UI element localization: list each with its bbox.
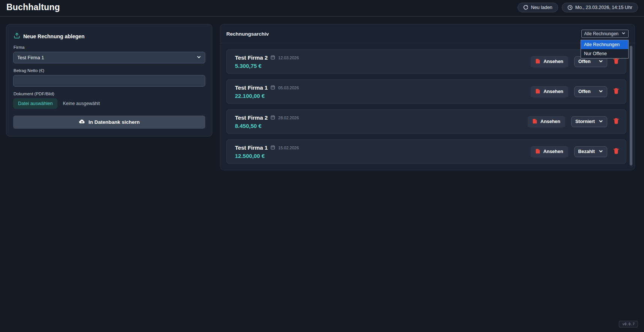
view-button-label: Ansehen	[543, 89, 563, 94]
reload-button[interactable]: Neu laden	[518, 3, 558, 12]
dokument-label: Dokument (PDF/Bild)	[14, 92, 205, 96]
header-actions: Neu laden Mo., 23.03.2026, 14:15 Uhr	[518, 3, 638, 12]
invoice-company: Test Firma 2	[235, 54, 268, 61]
chevron-down-icon	[599, 59, 603, 65]
view-button[interactable]: Ansehen	[528, 116, 565, 128]
betrag-label: Betrag Netto (€)	[14, 68, 205, 73]
scrollbar-thumb[interactable]	[630, 46, 632, 165]
invoice-list: Test Firma 2 12.03.2026 5.300,75 € Anseh…	[220, 43, 635, 170]
view-button[interactable]: Ansehen	[531, 86, 568, 98]
firma-select[interactable]: Test Firma 1	[13, 52, 205, 63]
view-button-label: Ansehen	[540, 119, 560, 124]
status-value: Storniert	[575, 119, 595, 124]
invoice-row: Test Firma 1 15.02.2026 12.500,00 € Anse…	[226, 139, 626, 164]
save-button-label: In Datenbank sichern	[89, 119, 140, 125]
calendar-icon	[271, 114, 275, 121]
trash-icon	[613, 58, 619, 65]
choose-file-button[interactable]: Datei auswählen	[13, 98, 57, 109]
pdf-file-icon	[533, 119, 537, 125]
calendar-icon	[271, 144, 275, 151]
status-value: Bezahlt	[578, 149, 595, 154]
refresh-icon	[523, 5, 528, 10]
datetime-display: Mo., 23.03.2026, 14:15 Uhr	[562, 3, 638, 12]
archive-filter-select[interactable]: Alle Rechnungen	[581, 30, 629, 38]
file-status-text: Keine ausgewählt	[63, 101, 100, 106]
invoice-row: Test Firma 1 05.03.2026 22.100,00 € Anse…	[226, 79, 626, 104]
invoice-company: Test Firma 1	[235, 84, 268, 91]
calendar-icon	[271, 84, 275, 91]
invoice-row: Test Firma 2 28.02.2026 8.450,50 € Anseh…	[226, 109, 626, 134]
view-button[interactable]: Ansehen	[531, 146, 568, 158]
firma-label: Firma	[14, 45, 205, 50]
view-button[interactable]: Ansehen	[531, 56, 568, 68]
save-to-database-button[interactable]: In Datenbank sichern	[13, 116, 205, 129]
chevron-down-icon	[599, 149, 603, 155]
delete-button[interactable]	[613, 88, 619, 95]
version-badge: v0.0.7	[619, 321, 638, 327]
trash-icon	[613, 148, 619, 155]
view-button-label: Ansehen	[543, 149, 563, 154]
invoice-date: 12.03.2026	[278, 56, 299, 60]
chevron-down-icon	[621, 31, 626, 36]
chevron-down-icon	[599, 89, 603, 95]
upload-tray-icon	[14, 33, 20, 40]
invoice-date: 05.03.2026	[278, 86, 299, 90]
pdf-file-icon	[536, 59, 540, 65]
pdf-file-icon	[536, 89, 540, 95]
datetime-label: Mo., 23.03.2026, 14:15 Uhr	[575, 5, 632, 10]
filter-dropdown-menu: Alle Rechnungen Nur Offene	[581, 40, 629, 59]
calendar-icon	[271, 54, 275, 61]
clock-icon	[567, 5, 573, 10]
chevron-down-icon	[599, 119, 603, 125]
invoice-row: Test Firma 2 12.03.2026 5.300,75 € Anseh…	[226, 49, 626, 74]
invoice-date: 15.02.2026	[278, 146, 299, 150]
delete-button[interactable]	[613, 118, 619, 125]
delete-button[interactable]	[613, 148, 619, 155]
archive-panel: Rechnungsarchiv Alle Rechnungen Alle Rec…	[220, 24, 635, 170]
new-invoice-panel: Neue Rechnung ablegen Firma Test Firma 1…	[6, 24, 212, 137]
firma-selected-value: Test Firma 1	[17, 55, 44, 60]
pdf-file-icon	[536, 149, 540, 155]
filter-option-nur-offene[interactable]: Nur Offene	[581, 49, 628, 58]
view-button-label: Ansehen	[543, 59, 563, 64]
status-select[interactable]: Offen	[574, 86, 607, 97]
betrag-input[interactable]	[13, 75, 205, 87]
status-value: Offen	[578, 59, 591, 64]
top-header: Buchhaltung Neu laden Mo., 23.03.2026, 1…	[0, 0, 644, 17]
trash-icon	[613, 88, 619, 95]
cloud-upload-icon	[79, 119, 85, 125]
filter-selected-value: Alle Rechnungen	[584, 31, 618, 36]
invoice-amount: 22.100,00 €	[235, 93, 299, 99]
archive-scrollbar[interactable]	[629, 45, 633, 168]
chevron-down-icon	[197, 55, 201, 60]
delete-button[interactable]	[613, 58, 619, 65]
invoice-amount: 12.500,00 €	[235, 153, 299, 159]
invoice-date: 28.02.2026	[278, 116, 299, 120]
invoice-amount: 8.450,50 €	[235, 123, 299, 129]
reload-label: Neu laden	[531, 5, 552, 10]
invoice-company: Test Firma 2	[235, 114, 268, 121]
invoice-company: Test Firma 1	[235, 144, 268, 151]
invoice-amount: 5.300,75 €	[235, 63, 299, 69]
filter-option-alle-rechnungen[interactable]: Alle Rechnungen	[581, 40, 628, 49]
status-select[interactable]: Bezahlt	[574, 146, 607, 157]
archive-title: Rechnungsarchiv	[226, 31, 269, 37]
status-select[interactable]: Storniert	[571, 116, 607, 127]
main-content: Neue Rechnung ablegen Firma Test Firma 1…	[0, 17, 644, 170]
page-title: Buchhaltung	[6, 2, 60, 12]
file-picker-row: Datei auswählen Keine ausgewählt	[13, 98, 205, 109]
status-value: Offen	[578, 89, 591, 94]
form-title: Neue Rechnung ablegen	[23, 33, 84, 39]
trash-icon	[613, 118, 619, 125]
archive-header: Rechnungsarchiv Alle Rechnungen	[220, 24, 635, 43]
form-title-row: Neue Rechnung ablegen	[14, 33, 205, 40]
